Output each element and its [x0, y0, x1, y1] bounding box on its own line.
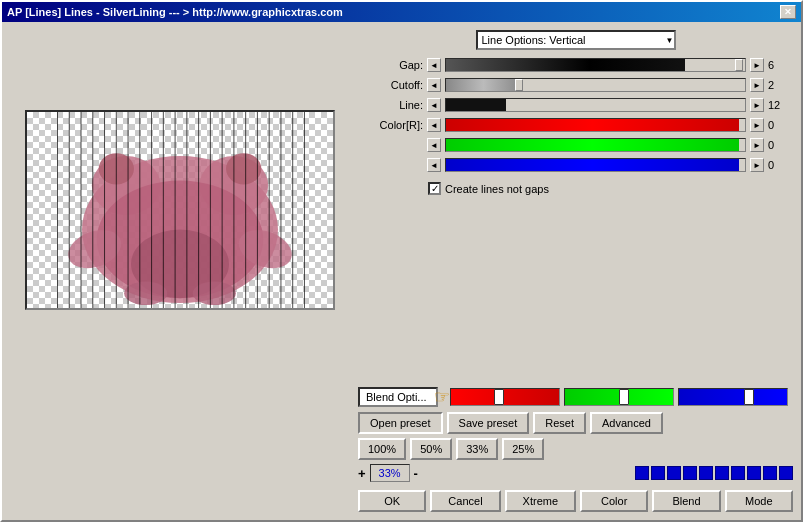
- gap-label: Gap:: [358, 59, 423, 71]
- zoom-buttons-row: 100% 50% 33% 25%: [358, 438, 793, 460]
- cutoff-track[interactable]: [445, 78, 746, 92]
- gap-right-arrow[interactable]: ►: [750, 58, 764, 72]
- blend-red-thumb[interactable]: [494, 389, 504, 405]
- ok-button[interactable]: OK: [358, 490, 426, 512]
- gap-fill: [446, 59, 685, 71]
- create-lines-label: Create lines not gaps: [445, 183, 549, 195]
- gap-thumb[interactable]: [735, 59, 743, 71]
- preset-buttons-row: Open preset Save preset Reset Advanced: [358, 412, 793, 434]
- gap-track[interactable]: [445, 58, 746, 72]
- blend-red-slider[interactable]: [450, 388, 560, 406]
- advanced-button[interactable]: Advanced: [590, 412, 663, 434]
- create-lines-checkbox[interactable]: ✓: [428, 182, 441, 195]
- checkbox-row: ✓ Create lines not gaps: [428, 182, 793, 195]
- blend-green-thumb[interactable]: [619, 389, 629, 405]
- blue-sq-6: [715, 466, 729, 480]
- zoom-50-button[interactable]: 50%: [410, 438, 452, 460]
- xtreme-button[interactable]: Xtreme: [505, 490, 576, 512]
- color-g-value: 0: [768, 139, 793, 151]
- line-options-row: Line Options: Vertical: [358, 30, 793, 50]
- color-b-track[interactable]: [445, 158, 746, 172]
- spacer: [358, 199, 793, 382]
- cutoff-label: Cutoff:: [358, 79, 423, 91]
- color-b-fill: [446, 159, 739, 171]
- color-g-right-arrow[interactable]: ►: [750, 138, 764, 152]
- bear-preview: [27, 112, 333, 308]
- color-r-right-arrow[interactable]: ►: [750, 118, 764, 132]
- zoom-25-button[interactable]: 25%: [502, 438, 544, 460]
- blue-sq-10: [779, 466, 793, 480]
- svg-point-10: [193, 282, 236, 306]
- color-button[interactable]: Color: [580, 490, 648, 512]
- line-fill: [446, 99, 506, 111]
- blue-sq-1: [635, 466, 649, 480]
- reset-button[interactable]: Reset: [533, 412, 586, 434]
- line-left-arrow[interactable]: ◄: [427, 98, 441, 112]
- color-r-fill: [446, 119, 739, 131]
- line-label: Line:: [358, 99, 423, 111]
- svg-point-4: [226, 153, 261, 184]
- line-track[interactable]: [445, 98, 746, 112]
- color-g-fill: [446, 139, 739, 151]
- blend-blue-thumb[interactable]: [744, 389, 754, 405]
- blue-squares: [635, 466, 793, 480]
- zoom-minus-icon[interactable]: -: [414, 466, 418, 481]
- gap-left-arrow[interactable]: ◄: [427, 58, 441, 72]
- left-panel: [10, 30, 350, 512]
- close-button[interactable]: ✕: [780, 5, 796, 19]
- title-bar: AP [Lines] Lines - SilverLining --- > ht…: [2, 2, 801, 22]
- right-panel: Line Options: Vertical Gap: ◄ ► 6 Cutoff…: [358, 30, 793, 512]
- bottom-buttons-row: OK Cancel Xtreme Color Blend Mode: [358, 490, 793, 512]
- blend-blue-slider[interactable]: [678, 388, 788, 406]
- color-b-left-arrow[interactable]: ◄: [427, 158, 441, 172]
- color-b-right-arrow[interactable]: ►: [750, 158, 764, 172]
- gap-value: 6: [768, 59, 793, 71]
- color-r-track[interactable]: [445, 118, 746, 132]
- window-title: AP [Lines] Lines - SilverLining --- > ht…: [7, 6, 343, 18]
- zoom-plus-icon[interactable]: +: [358, 466, 366, 481]
- color-b-value: 0: [768, 159, 793, 171]
- save-preset-button[interactable]: Save preset: [447, 412, 530, 434]
- gap-slider-row: Gap: ◄ ► 6: [358, 58, 793, 72]
- svg-point-9: [124, 282, 167, 306]
- blue-sq-8: [747, 466, 761, 480]
- blue-sq-2: [651, 466, 665, 480]
- main-content: Line Options: Vertical Gap: ◄ ► 6 Cutoff…: [2, 22, 801, 520]
- zoom-input-row: + -: [358, 464, 793, 482]
- blend-row: Blend Opti... ☞: [358, 386, 793, 408]
- preview-area: [25, 110, 335, 310]
- zoom-100-button[interactable]: 100%: [358, 438, 406, 460]
- line-slider-row: Line: ◄ ► 12: [358, 98, 793, 112]
- line-options-select[interactable]: Line Options: Vertical: [476, 30, 676, 50]
- cutoff-fill: [446, 79, 521, 91]
- window-controls: ✕: [780, 5, 796, 19]
- cutoff-right-arrow[interactable]: ►: [750, 78, 764, 92]
- blue-sq-9: [763, 466, 777, 480]
- cutoff-thumb[interactable]: [515, 79, 523, 91]
- color-r-value: 0: [768, 119, 793, 131]
- line-value: 12: [768, 99, 793, 111]
- cancel-button[interactable]: Cancel: [430, 490, 500, 512]
- blend-button[interactable]: Blend: [652, 490, 720, 512]
- line-right-arrow[interactable]: ►: [750, 98, 764, 112]
- open-preset-button[interactable]: Open preset: [358, 412, 443, 434]
- zoom-33-button[interactable]: 33%: [456, 438, 498, 460]
- blue-sq-5: [699, 466, 713, 480]
- zoom-input-field[interactable]: [370, 464, 410, 482]
- color-r-slider-row: Color[R]: ◄ ► 0: [358, 118, 793, 132]
- cutoff-slider-row: Cutoff: ◄ ► 2: [358, 78, 793, 92]
- color-g-slider-row: ◄ ► 0: [358, 138, 793, 152]
- blue-sq-7: [731, 466, 745, 480]
- blue-sq-4: [683, 466, 697, 480]
- blend-green-slider[interactable]: [564, 388, 674, 406]
- color-r-left-arrow[interactable]: ◄: [427, 118, 441, 132]
- color-g-left-arrow[interactable]: ◄: [427, 138, 441, 152]
- mode-button[interactable]: Mode: [725, 490, 793, 512]
- cutoff-left-arrow[interactable]: ◄: [427, 78, 441, 92]
- pointer-icon: ☞: [434, 386, 450, 408]
- color-b-slider-row: ◄ ► 0: [358, 158, 793, 172]
- cutoff-value: 2: [768, 79, 793, 91]
- line-options-wrapper[interactable]: Line Options: Vertical: [476, 30, 676, 50]
- color-g-track[interactable]: [445, 138, 746, 152]
- main-window: AP [Lines] Lines - SilverLining --- > ht…: [0, 0, 803, 522]
